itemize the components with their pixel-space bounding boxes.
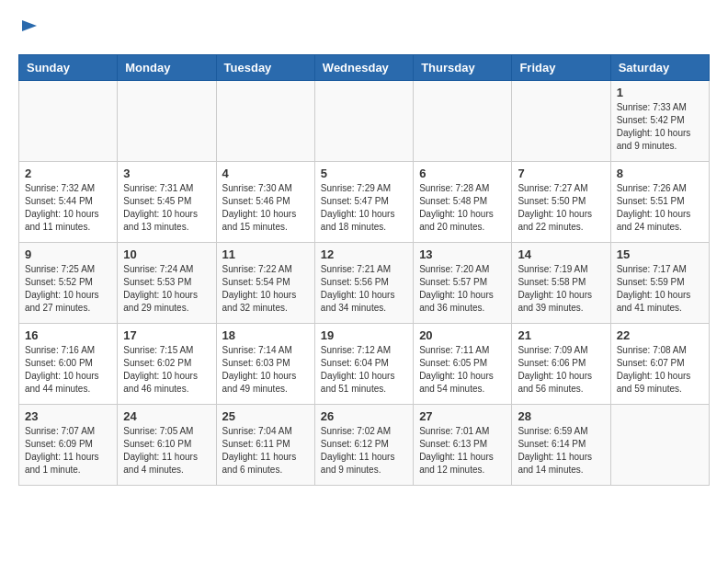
day-number: 26 (321, 409, 407, 423)
day-number: 7 (518, 167, 604, 180)
day-info: Sunrise: 7:02 AM Sunset: 6:12 PM Dayligh… (321, 425, 407, 477)
day-info: Sunrise: 7:04 AM Sunset: 6:11 PM Dayligh… (222, 425, 309, 477)
day-info: Sunrise: 7:07 AM Sunset: 6:09 PM Dayligh… (25, 425, 111, 477)
calendar-cell (19, 81, 118, 162)
day-number: 8 (617, 167, 703, 180)
calendar-cell: 19Sunrise: 7:12 AM Sunset: 6:04 PM Dayli… (314, 324, 413, 405)
calendar-cell (512, 81, 610, 162)
day-number: 24 (123, 409, 210, 423)
calendar-cell: 3Sunrise: 7:31 AM Sunset: 5:45 PM Daylig… (118, 162, 216, 243)
day-number: 2 (25, 167, 111, 180)
day-number: 12 (321, 247, 407, 261)
weekday-header-wednesday: Wednesday (314, 55, 413, 81)
day-number: 27 (419, 409, 506, 423)
calendar-week-row: 23Sunrise: 7:07 AM Sunset: 6:09 PM Dayli… (19, 405, 710, 486)
calendar-week-row: 2Sunrise: 7:32 AM Sunset: 5:44 PM Daylig… (19, 162, 710, 243)
svg-marker-0 (22, 20, 37, 31)
day-info: Sunrise: 7:22 AM Sunset: 5:54 PM Dayligh… (222, 263, 309, 315)
page-header (18, 18, 710, 45)
weekday-header-thursday: Thursday (414, 55, 512, 81)
day-info: Sunrise: 7:05 AM Sunset: 6:10 PM Dayligh… (123, 425, 210, 477)
calendar-cell: 9Sunrise: 7:25 AM Sunset: 5:52 PM Daylig… (19, 243, 118, 324)
calendar-cell: 5Sunrise: 7:29 AM Sunset: 5:47 PM Daylig… (314, 162, 413, 243)
day-number: 3 (123, 167, 210, 180)
calendar-cell (610, 405, 709, 486)
day-number: 15 (617, 247, 703, 261)
day-info: Sunrise: 7:21 AM Sunset: 5:56 PM Dayligh… (321, 263, 407, 315)
calendar-cell: 6Sunrise: 7:28 AM Sunset: 5:48 PM Daylig… (414, 162, 512, 243)
calendar-cell: 12Sunrise: 7:21 AM Sunset: 5:56 PM Dayli… (314, 243, 413, 324)
calendar-cell (118, 81, 216, 162)
day-info: Sunrise: 7:30 AM Sunset: 5:46 PM Dayligh… (222, 182, 309, 234)
day-info: Sunrise: 7:11 AM Sunset: 6:05 PM Dayligh… (419, 344, 506, 396)
day-info: Sunrise: 7:17 AM Sunset: 5:59 PM Dayligh… (617, 263, 703, 315)
day-info: Sunrise: 7:09 AM Sunset: 6:06 PM Dayligh… (518, 344, 604, 396)
day-number: 21 (518, 328, 604, 342)
calendar-cell (314, 81, 413, 162)
calendar-cell: 22Sunrise: 7:08 AM Sunset: 6:07 PM Dayli… (610, 324, 709, 405)
day-info: Sunrise: 7:25 AM Sunset: 5:52 PM Dayligh… (25, 263, 111, 315)
calendar-cell: 15Sunrise: 7:17 AM Sunset: 5:59 PM Dayli… (610, 243, 709, 324)
day-number: 1 (617, 86, 703, 99)
day-info: Sunrise: 7:24 AM Sunset: 5:53 PM Dayligh… (123, 263, 210, 315)
calendar-cell: 13Sunrise: 7:20 AM Sunset: 5:57 PM Dayli… (414, 243, 512, 324)
logo (18, 18, 42, 45)
calendar-week-row: 1Sunrise: 7:33 AM Sunset: 5:42 PM Daylig… (19, 81, 710, 162)
calendar-cell: 28Sunrise: 6:59 AM Sunset: 6:14 PM Dayli… (512, 405, 610, 486)
day-info: Sunrise: 7:14 AM Sunset: 6:03 PM Dayligh… (222, 344, 309, 396)
day-number: 17 (123, 328, 210, 342)
day-number: 13 (419, 247, 506, 261)
calendar-cell: 14Sunrise: 7:19 AM Sunset: 5:58 PM Dayli… (512, 243, 610, 324)
calendar-cell (414, 81, 512, 162)
calendar-cell: 23Sunrise: 7:07 AM Sunset: 6:09 PM Dayli… (19, 405, 118, 486)
weekday-header-tuesday: Tuesday (216, 55, 314, 81)
calendar-cell: 11Sunrise: 7:22 AM Sunset: 5:54 PM Dayli… (216, 243, 314, 324)
day-number: 5 (321, 167, 407, 180)
calendar-week-row: 9Sunrise: 7:25 AM Sunset: 5:52 PM Daylig… (19, 243, 710, 324)
weekday-header-monday: Monday (118, 55, 216, 81)
day-info: Sunrise: 7:26 AM Sunset: 5:51 PM Dayligh… (617, 182, 703, 234)
calendar-week-row: 16Sunrise: 7:16 AM Sunset: 6:00 PM Dayli… (19, 324, 710, 405)
calendar-cell: 17Sunrise: 7:15 AM Sunset: 6:02 PM Dayli… (118, 324, 216, 405)
day-info: Sunrise: 7:28 AM Sunset: 5:48 PM Dayligh… (419, 182, 506, 234)
day-number: 11 (222, 247, 309, 261)
calendar-cell: 25Sunrise: 7:04 AM Sunset: 6:11 PM Dayli… (216, 405, 314, 486)
day-number: 16 (25, 328, 111, 342)
day-number: 4 (222, 167, 309, 180)
day-number: 25 (222, 409, 309, 423)
calendar-cell: 7Sunrise: 7:27 AM Sunset: 5:50 PM Daylig… (512, 162, 610, 243)
day-number: 23 (25, 409, 111, 423)
day-number: 6 (419, 167, 506, 180)
calendar-cell: 27Sunrise: 7:01 AM Sunset: 6:13 PM Dayli… (414, 405, 512, 486)
calendar-cell: 1Sunrise: 7:33 AM Sunset: 5:42 PM Daylig… (610, 81, 709, 162)
day-number: 20 (419, 328, 506, 342)
day-number: 28 (518, 409, 604, 423)
calendar-cell (216, 81, 314, 162)
calendar-cell: 2Sunrise: 7:32 AM Sunset: 5:44 PM Daylig… (19, 162, 118, 243)
day-info: Sunrise: 7:32 AM Sunset: 5:44 PM Dayligh… (25, 182, 111, 234)
day-info: Sunrise: 7:15 AM Sunset: 6:02 PM Dayligh… (123, 344, 210, 396)
day-number: 19 (321, 328, 407, 342)
day-info: Sunrise: 7:33 AM Sunset: 5:42 PM Dayligh… (617, 101, 703, 153)
calendar-cell: 20Sunrise: 7:11 AM Sunset: 6:05 PM Dayli… (414, 324, 512, 405)
calendar-cell: 8Sunrise: 7:26 AM Sunset: 5:51 PM Daylig… (610, 162, 709, 243)
day-info: Sunrise: 7:01 AM Sunset: 6:13 PM Dayligh… (419, 425, 506, 477)
day-info: Sunrise: 7:12 AM Sunset: 6:04 PM Dayligh… (321, 344, 407, 396)
day-info: Sunrise: 7:20 AM Sunset: 5:57 PM Dayligh… (419, 263, 506, 315)
calendar-table: SundayMondayTuesdayWednesdayThursdayFrid… (18, 54, 710, 486)
calendar-cell: 18Sunrise: 7:14 AM Sunset: 6:03 PM Dayli… (216, 324, 314, 405)
logo-flag-icon (20, 18, 42, 40)
weekday-header-friday: Friday (512, 55, 610, 81)
calendar-header-row: SundayMondayTuesdayWednesdayThursdayFrid… (19, 55, 710, 81)
calendar-cell: 4Sunrise: 7:30 AM Sunset: 5:46 PM Daylig… (216, 162, 314, 243)
day-number: 10 (123, 247, 210, 261)
day-info: Sunrise: 7:19 AM Sunset: 5:58 PM Dayligh… (518, 263, 604, 315)
calendar-cell: 21Sunrise: 7:09 AM Sunset: 6:06 PM Dayli… (512, 324, 610, 405)
calendar-cell: 26Sunrise: 7:02 AM Sunset: 6:12 PM Dayli… (314, 405, 413, 486)
day-info: Sunrise: 7:31 AM Sunset: 5:45 PM Dayligh… (123, 182, 210, 234)
day-number: 9 (25, 247, 111, 261)
day-number: 22 (617, 328, 703, 342)
weekday-header-saturday: Saturday (610, 55, 709, 81)
day-info: Sunrise: 6:59 AM Sunset: 6:14 PM Dayligh… (518, 425, 604, 477)
calendar-cell: 24Sunrise: 7:05 AM Sunset: 6:10 PM Dayli… (118, 405, 216, 486)
